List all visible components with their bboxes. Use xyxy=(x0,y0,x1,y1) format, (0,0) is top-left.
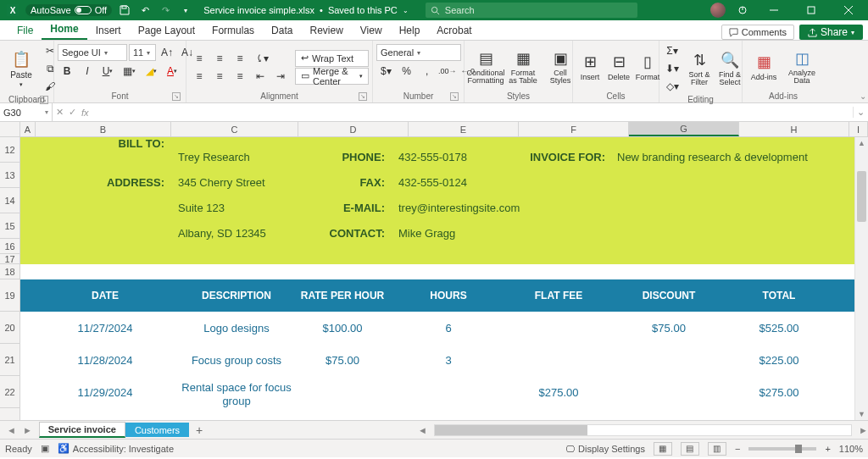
increase-indent-button[interactable]: ⇥ xyxy=(271,68,290,85)
sort-filter-button[interactable]: ⇅Sort & Filter xyxy=(685,49,714,88)
tab-review[interactable]: Review xyxy=(301,21,351,40)
cell-total[interactable]: $525.00 xyxy=(732,322,826,335)
column-header[interactable]: B xyxy=(36,122,171,136)
cell-desc[interactable]: Focus group costs xyxy=(173,354,300,367)
zoom-in-button[interactable]: + xyxy=(825,444,830,454)
align-top-button[interactable]: ≡ xyxy=(190,50,209,67)
row-header[interactable]: 14 xyxy=(0,188,19,213)
comma-button[interactable]: , xyxy=(418,63,437,80)
add-sheet-button[interactable]: + xyxy=(189,423,209,437)
cell-desc[interactable]: Logo designs xyxy=(173,322,300,335)
fill-color-button[interactable]: ◢▾ xyxy=(142,63,161,80)
display-settings-button[interactable]: 🖵 Display Settings xyxy=(565,444,645,454)
dialog-launcher-icon[interactable]: ↘ xyxy=(40,96,48,104)
cell-date[interactable]: 11/29/2024 xyxy=(63,386,147,399)
insert-cells-button[interactable]: ⊞Insert xyxy=(576,51,604,83)
align-right-button[interactable]: ≡ xyxy=(231,68,249,85)
cell-desc[interactable]: Rental space for focus group xyxy=(173,381,300,407)
user-avatar[interactable] xyxy=(710,3,726,18)
dialog-launcher-icon[interactable]: ↘ xyxy=(359,92,367,101)
zoom-level[interactable]: 110% xyxy=(839,444,863,454)
column-header[interactable]: F xyxy=(519,122,629,136)
cell-total[interactable]: $225.00 xyxy=(732,354,826,367)
clear-button[interactable]: ◇▾ xyxy=(663,78,682,95)
cell-total[interactable]: $275.00 xyxy=(732,386,826,399)
column-header[interactable]: H xyxy=(739,122,849,136)
font-color-button[interactable]: A▾ xyxy=(163,63,181,80)
undo-icon[interactable]: ↶ xyxy=(137,3,153,18)
tab-formulas[interactable]: Formulas xyxy=(203,21,263,40)
tab-help[interactable]: Help xyxy=(391,21,429,40)
wrap-text-button[interactable]: ↩Wrap Text xyxy=(295,50,369,67)
borders-button[interactable]: ▦▾ xyxy=(119,63,140,80)
column-header[interactable]: I xyxy=(849,122,868,136)
formula-input[interactable] xyxy=(92,103,853,121)
scroll-down-icon[interactable]: ▼ xyxy=(855,410,868,418)
cell-disc[interactable]: $75.00 xyxy=(622,322,715,335)
tab-scroll-right-icon[interactable]: ► xyxy=(859,425,868,435)
sheet-nav-prev-icon[interactable]: ◄ xyxy=(7,425,16,435)
ribbon-display-icon[interactable] xyxy=(734,0,751,20)
row-header[interactable]: 22 xyxy=(0,376,19,408)
format-as-table-button[interactable]: ▦Format as Table xyxy=(505,47,541,86)
cell-rate[interactable]: $75.00 xyxy=(283,354,402,367)
row-header[interactable]: 18 xyxy=(0,264,19,279)
tab-page-layout[interactable]: Page Layout xyxy=(130,21,203,40)
sheet-nav-next-icon[interactable]: ► xyxy=(23,425,32,435)
decrease-indent-button[interactable]: ⇤ xyxy=(251,68,270,85)
align-bottom-button[interactable]: ≡ xyxy=(231,50,249,67)
tab-home[interactable]: Home xyxy=(42,19,86,40)
number-format-combo[interactable]: General▾ xyxy=(376,44,461,61)
paste-button[interactable]: 📋 Paste ▾ xyxy=(3,48,39,90)
addins-button[interactable]: ▦Add-ins xyxy=(746,51,782,83)
column-header[interactable]: D xyxy=(298,122,409,136)
accessibility-status[interactable]: ♿ Accessibility: Investigate xyxy=(58,443,174,454)
zoom-slider[interactable] xyxy=(748,447,816,451)
scrollbar-thumb[interactable] xyxy=(857,171,866,222)
tab-acrobat[interactable]: Acrobat xyxy=(428,21,480,40)
format-cells-button[interactable]: ▯Format xyxy=(634,51,661,83)
page-break-view-button[interactable]: ▥ xyxy=(708,442,726,456)
page-layout-view-button[interactable]: ▤ xyxy=(681,442,699,456)
increase-decimal-button[interactable]: .00→ xyxy=(438,63,457,80)
fx-icon[interactable]: fx xyxy=(81,108,89,118)
autosum-button[interactable]: Σ▾ xyxy=(663,42,682,59)
macro-record-icon[interactable]: ▣ xyxy=(41,443,49,454)
expand-formula-bar-icon[interactable]: ⌄ xyxy=(853,107,868,118)
column-header[interactable]: E xyxy=(409,122,519,136)
font-size-combo[interactable]: 11▾ xyxy=(129,44,156,61)
vertical-scrollbar[interactable]: ▲ ▼ xyxy=(854,137,868,420)
row-header[interactable]: 19 xyxy=(0,279,19,312)
column-header[interactable]: C xyxy=(171,122,298,136)
cell-rate[interactable]: $100.00 xyxy=(283,322,402,335)
column-header[interactable]: A xyxy=(20,122,36,136)
accounting-button[interactable]: $▾ xyxy=(376,63,396,80)
orientation-button[interactable]: ⤹▾ xyxy=(251,50,273,67)
analyze-data-button[interactable]: ◫Analyze Data xyxy=(783,47,821,86)
horizontal-scrollbar[interactable] xyxy=(434,424,852,436)
tab-scroll-left-icon[interactable]: ◄ xyxy=(418,425,427,435)
select-all-corner[interactable] xyxy=(0,122,20,136)
cells-area[interactable]: BILL TO: Trey Research ADDRESS: 345 Cher… xyxy=(20,137,868,420)
scrollbar-thumb[interactable] xyxy=(435,425,587,435)
row-header[interactable]: 16 xyxy=(0,239,19,254)
increase-font-button[interactable]: A↑ xyxy=(158,44,176,61)
close-button[interactable] xyxy=(834,0,863,20)
zoom-out-button[interactable]: − xyxy=(735,444,740,454)
cell-hours[interactable]: 3 xyxy=(402,354,495,367)
delete-cells-button[interactable]: ⊟Delete xyxy=(605,51,632,83)
enter-formula-icon[interactable]: ✓ xyxy=(69,107,76,118)
comments-button[interactable]: Comments xyxy=(721,25,794,40)
normal-view-button[interactable]: ▦ xyxy=(654,442,672,456)
sheet-tab-customers[interactable]: Customers xyxy=(125,423,189,437)
row-header[interactable]: 20 xyxy=(0,312,19,344)
zoom-knob[interactable] xyxy=(795,445,802,453)
percent-button[interactable]: % xyxy=(398,63,416,80)
cell-hours[interactable]: 6 xyxy=(402,322,495,335)
align-center-button[interactable]: ≡ xyxy=(210,68,229,85)
column-header[interactable]: G xyxy=(629,122,739,136)
sheet-tab-active[interactable]: Service invoice xyxy=(39,422,125,438)
align-left-button[interactable]: ≡ xyxy=(190,68,209,85)
find-select-button[interactable]: 🔍Find & Select xyxy=(715,49,744,88)
row-header[interactable]: 15 xyxy=(0,213,19,239)
